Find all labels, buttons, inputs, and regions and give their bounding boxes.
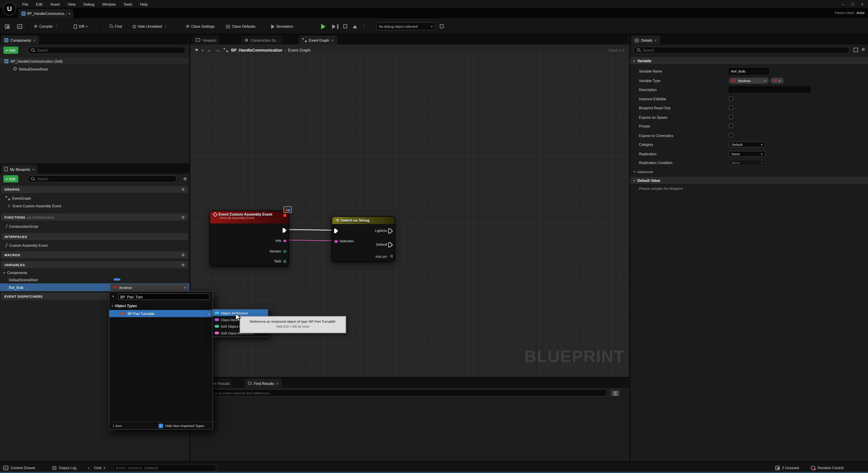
category-dropdown[interactable]: Default	[729, 141, 765, 147]
row-construction-script[interactable]: ƒ ConstructionScript	[0, 223, 189, 230]
macros-header[interactable]: MACROS	[1, 251, 188, 258]
menu-tools[interactable]: Tools	[120, 2, 136, 6]
row-event-custom-assembly[interactable]: Event Custom Assembly Event	[0, 202, 189, 209]
exec-in-pin[interactable]	[334, 228, 338, 233]
menu-view[interactable]: View	[64, 2, 79, 6]
class-defaults-button[interactable]: Class Defaults	[224, 22, 257, 31]
description-input[interactable]	[729, 86, 810, 92]
tab-find-results[interactable]: Find Results	[245, 379, 282, 387]
object-types-category[interactable]: Object Types	[112, 304, 137, 308]
close-icon[interactable]	[654, 38, 657, 42]
default-value-section-header[interactable]: Default Value	[630, 177, 868, 185]
hide-non-imported-checkbox[interactable]	[158, 423, 163, 428]
tab-components[interactable]: Components	[1, 35, 39, 44]
find-results-search[interactable]	[194, 389, 607, 397]
eject-button[interactable]	[352, 22, 359, 31]
container-type-dropdown[interactable]	[770, 77, 784, 83]
compile-button[interactable]: Compile	[32, 22, 60, 31]
type-picker-search-input[interactable]	[120, 295, 207, 298]
add-blueprint-item-button[interactable]: Add	[3, 175, 19, 183]
parent-class-value[interactable]: Actor	[857, 10, 865, 14]
hide-unrelated-button[interactable]: Hide Unrelated	[131, 22, 169, 31]
close-icon[interactable]	[33, 38, 35, 42]
find-in-blueprints-button[interactable]	[610, 389, 620, 397]
default-exec-pin[interactable]	[388, 242, 393, 247]
add-function-icon[interactable]	[181, 215, 185, 219]
console-command-input[interactable]	[116, 466, 213, 470]
hide-unrelated-options-icon[interactable]	[164, 24, 167, 29]
add-graph-icon[interactable]	[181, 187, 185, 192]
display-filter-icon[interactable]	[854, 48, 858, 52]
add-component-button[interactable]: Add	[3, 46, 19, 54]
debug-world-button[interactable]	[438, 22, 445, 31]
cmd-dropdown[interactable]: Cmd	[88, 464, 105, 472]
details-search[interactable]	[633, 46, 850, 54]
class-settings-button[interactable]: Class Settings	[184, 22, 216, 31]
variable-type-dropdown[interactable]: Boolean	[729, 77, 769, 83]
menu-help[interactable]: Help	[136, 2, 152, 6]
console-command-field[interactable]	[113, 464, 216, 471]
simulation-button[interactable]: Simulation	[270, 22, 295, 31]
find-results-search-input[interactable]	[196, 391, 604, 395]
blueprint-read-only-checkbox[interactable]	[729, 105, 733, 110]
play-options-button[interactable]	[361, 22, 368, 31]
components-search[interactable]	[28, 46, 186, 54]
type-item-bp-part-turnable[interactable]: BP Part Turnable	[109, 310, 213, 317]
variable-section-header[interactable]: Variable	[630, 57, 868, 65]
menu-edit[interactable]: Edit	[32, 2, 46, 6]
my-blueprint-search[interactable]	[28, 175, 177, 183]
frame-skip-button[interactable]	[331, 22, 340, 31]
compile-options-icon[interactable]	[54, 24, 58, 29]
my-blueprint-search-input[interactable]	[37, 177, 174, 181]
settings-gear-icon[interactable]	[861, 47, 865, 52]
revision-control-button[interactable]: Revision Control	[811, 464, 844, 472]
close-icon[interactable]	[276, 381, 279, 385]
maximize-icon[interactable]	[848, 0, 858, 8]
close-icon[interactable]	[32, 167, 34, 171]
close-icon[interactable]	[858, 0, 867, 8]
minimize-icon[interactable]	[839, 0, 848, 8]
unsaved-button[interactable]: 2 Unsaved	[775, 464, 799, 472]
info-pin[interactable]	[283, 239, 286, 243]
details-search-input[interactable]	[643, 48, 846, 52]
type-picker-search[interactable]	[118, 293, 210, 300]
add-pin-icon[interactable]	[390, 254, 393, 258]
find-button[interactable]: Find	[107, 22, 124, 31]
tab-details[interactable]: Details	[631, 35, 660, 44]
close-icon[interactable]	[331, 38, 334, 42]
clear-search-icon[interactable]: ×	[112, 294, 114, 298]
tab-viewport[interactable]: Viewport	[192, 35, 220, 44]
variables-header[interactable]: VARIABLES	[1, 261, 188, 269]
row-interface-event[interactable]: ƒ Custom Assembly Event	[0, 242, 189, 249]
diff-button[interactable]: Diff	[72, 22, 89, 31]
tab-construction-script[interactable]: Construction Sc...	[241, 35, 282, 44]
browse-button[interactable]	[16, 22, 24, 31]
instance-editable-checkbox[interactable]	[729, 96, 733, 101]
add-macro-icon[interactable]	[181, 253, 185, 257]
menu-window[interactable]: Window	[98, 2, 120, 6]
interfaces-header[interactable]: INTERFACES	[1, 233, 188, 240]
play-button[interactable]	[319, 22, 327, 31]
gear-icon[interactable]	[183, 177, 187, 181]
stop-button[interactable]	[342, 22, 349, 31]
replication-dropdown[interactable]: None	[729, 151, 765, 157]
selection-pin[interactable]	[335, 240, 338, 243]
output-log-button[interactable]: Output Log	[52, 464, 76, 472]
node-event-custom-assembly[interactable]: Event Custom Assembly Event From BI Asse…	[210, 211, 289, 266]
debug-object-select[interactable]: No debug object selected	[376, 22, 435, 30]
content-drawer-button[interactable]: Content Drawer	[3, 464, 35, 472]
component-row-scene-root[interactable]: DefaultSceneRoot	[0, 65, 189, 72]
row-eventgraph[interactable]: EventGraph	[0, 195, 189, 201]
node-switch-on-string[interactable]: Switch on String Selection LightOn Defau…	[332, 216, 395, 262]
section-pin[interactable]	[283, 250, 286, 253]
graphs-header[interactable]: GRAPHS	[1, 186, 188, 193]
task-pin[interactable]	[283, 260, 286, 263]
expose-to-cinematics-checkbox[interactable]	[729, 133, 733, 138]
component-row-root[interactable]: BP_HandleCommunication (Self)	[0, 58, 189, 64]
tab-my-blueprint[interactable]: My Blueprint	[1, 165, 38, 174]
ref-bulb-type-dropdown[interactable]: Boolean	[111, 284, 188, 291]
unreal-logo-icon[interactable]: U	[3, 2, 16, 15]
asset-tab[interactable]: BP_HandleCommunica... •	[18, 9, 73, 18]
tab-event-graph[interactable]: Event Graph	[299, 35, 337, 44]
save-button[interactable]	[3, 22, 11, 31]
